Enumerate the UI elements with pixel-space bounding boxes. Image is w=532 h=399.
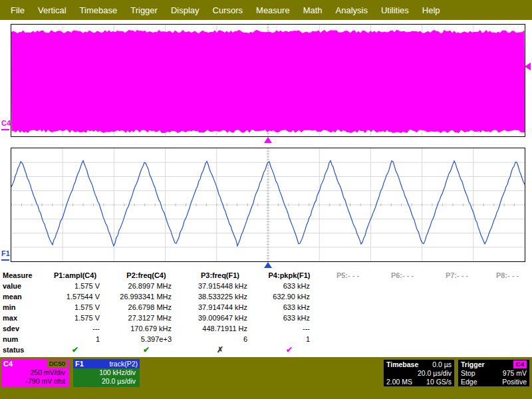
c4-trace-label[interactable]: C4 [1, 119, 11, 127]
menu-item-trigger[interactable]: Trigger [124, 5, 164, 15]
measure-value: 1.575 V [40, 281, 110, 291]
measure-value [321, 281, 375, 291]
measure-col-header[interactable]: P4:pkpk(F1) [258, 270, 321, 281]
measure-value [484, 291, 531, 302]
f1-offset-indicator[interactable] [1, 259, 9, 261]
oscilloscope-screen: FileVerticalTimebaseTriggerDisplayCursor… [0, 0, 532, 399]
measure-value: 37.915448 kHz [182, 281, 258, 291]
measure-value [484, 323, 531, 334]
menu-item-math[interactable]: Math [297, 5, 329, 15]
c4-offset-indicator[interactable] [1, 129, 9, 130]
measure-value: 26.8997 MHz [110, 281, 182, 291]
measure-value [321, 334, 375, 344]
measure-value [375, 323, 430, 334]
measure-value: 27.3127 MHz [110, 313, 182, 323]
measure-row-label: num [1, 334, 40, 344]
trigger-time-marker-c4[interactable] [264, 137, 272, 143]
menu-item-utilities[interactable]: Utilities [374, 5, 416, 15]
measure-value [484, 313, 531, 323]
trigger-level-marker[interactable] [525, 63, 531, 70]
f1-tdiv: 20.0 µs/div [73, 377, 140, 386]
menu-item-measure[interactable]: Measure [249, 5, 297, 15]
measure-value: 633 kHz [258, 302, 321, 313]
measure-status [484, 344, 531, 355]
measure-col-header[interactable]: P8:- - - [484, 270, 531, 281]
menu-item-analysis[interactable]: Analysis [329, 5, 374, 15]
f1-grid [11, 148, 525, 262]
measure-row-label: mean [1, 291, 40, 302]
measure-row-label: value [1, 281, 40, 291]
f1-vdiv: 100 kHz/div [73, 368, 140, 377]
measure-value [321, 302, 375, 313]
measure-value: 448.71911 Hz [182, 323, 258, 334]
measure-value [484, 334, 531, 344]
c4-descriptor[interactable]: C4 DC50 250 mV/div -790 mV ofst [1, 359, 69, 387]
measure-col-header[interactable]: P6:- - - [375, 270, 430, 281]
measure-value: 1.575 V [40, 313, 110, 323]
measure-row-label: status [1, 344, 40, 355]
measure-status [321, 344, 375, 355]
menu-item-timebase[interactable]: Timebase [73, 5, 124, 15]
f1-descriptor-label: F1 [75, 360, 84, 368]
measure-value [430, 323, 484, 334]
measure-title: Measure [1, 270, 40, 281]
measure-value [321, 323, 375, 334]
measure-status [430, 344, 484, 355]
measure-value: 26.6798 MHz [110, 302, 182, 313]
trigger-time-marker-f1[interactable] [264, 262, 272, 268]
measure-value [430, 291, 484, 302]
measure-row-label: sdev [1, 323, 40, 334]
timebase-rate: 10 GS/s [426, 378, 452, 386]
menu-item-help[interactable]: Help [416, 5, 447, 15]
c4-grid [11, 24, 525, 137]
timebase-offset: 0.0 µs [432, 360, 452, 368]
measure-status: ✔ [258, 344, 321, 355]
c4-waveform [11, 25, 525, 136]
measure-value: 38.533225 kHz [182, 291, 258, 302]
measure-value: --- [40, 323, 110, 334]
f1-waveform [11, 148, 525, 261]
measure-status [375, 344, 430, 355]
measure-value: 37.914744 kHz [182, 302, 258, 313]
measure-value: 632.90 kHz [258, 291, 321, 302]
measure-status: ✗ [182, 344, 258, 355]
c4-coupling-badge: DC50 [47, 360, 67, 368]
measure-status: ✔ [40, 344, 110, 355]
f1-function: track(P2) [109, 360, 138, 368]
measure-value [375, 313, 430, 323]
measure-status: ✔ [110, 344, 182, 355]
measure-col-header[interactable]: P7:- - - [430, 270, 484, 281]
measure-value [430, 313, 484, 323]
measure-col-header[interactable]: P1:ampl(C4) [40, 270, 110, 281]
trigger-mode: Stop [461, 369, 475, 377]
measure-value [375, 281, 430, 291]
measure-col-header[interactable]: P3:freq(F1) [182, 270, 258, 281]
measure-value: 1 [40, 334, 110, 344]
f1-trace-label[interactable]: F1 [1, 249, 10, 257]
measure-value [375, 291, 430, 302]
menu-item-vertical[interactable]: Vertical [31, 5, 73, 15]
menu-item-file[interactable]: File [4, 5, 31, 15]
measure-value [321, 291, 375, 302]
measure-value: 1.57544 V [40, 291, 110, 302]
trigger-type: Edge [461, 378, 477, 386]
measure-table: MeasureP1:ampl(C4)P2:freq(C4)P3:freq(F1)… [1, 270, 531, 355]
measure-value [430, 281, 484, 291]
menu-item-display[interactable]: Display [164, 5, 206, 15]
measure-value: 170.679 kHz [110, 323, 182, 334]
timebase-samples: 2.00 MS [386, 378, 412, 386]
measure-value [375, 334, 430, 344]
c4-offset: -790 mV ofst [1, 377, 69, 386]
timebase-descriptor[interactable]: Timebase 0.0 µs 20.0 µs/div 2.00 MS 10 G… [383, 359, 455, 387]
measure-value [430, 302, 484, 313]
measure-col-header[interactable]: P2:freq(C4) [110, 270, 182, 281]
f1-descriptor[interactable]: F1 track(P2) 100 kHz/div 20.0 µs/div [73, 359, 140, 387]
timebase-scale: 20.0 µs/div [418, 369, 452, 377]
measure-row-label: max [1, 313, 40, 323]
timebase-label: Timebase [386, 360, 418, 368]
measure-value [375, 302, 430, 313]
menu-item-cursors[interactable]: Cursors [206, 5, 250, 15]
measure-value: 1.575 V [40, 302, 110, 313]
measure-col-header[interactable]: P5:- - - [321, 270, 375, 281]
trigger-descriptor[interactable]: Trigger C4 Stop 975 mV Edge Positive [458, 359, 530, 387]
